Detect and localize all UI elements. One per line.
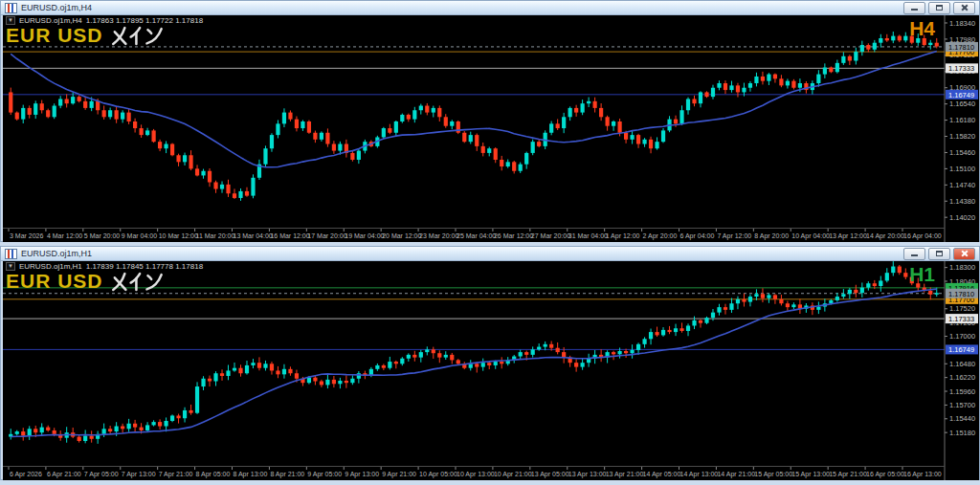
candle-body <box>313 133 317 140</box>
time-tick-label: 16 Apr 13:00 <box>903 471 942 478</box>
candle-body <box>475 364 479 366</box>
window-title: EURUSD.oj1m,H1 <box>21 249 92 258</box>
time-tick-label: 16 Mar 12:00 <box>270 232 309 239</box>
candle-body <box>257 363 261 368</box>
candle-body <box>115 110 119 119</box>
candle-body <box>798 83 802 88</box>
candle-body <box>692 99 696 103</box>
candle-body <box>121 113 124 120</box>
watermark: EUR USD <box>6 25 165 46</box>
candle-body <box>176 415 180 418</box>
candle-body <box>350 153 354 160</box>
candle-body <box>295 373 299 379</box>
candle-body <box>220 373 224 376</box>
candle-body <box>711 313 715 319</box>
info-ohlc: 1.17863 1.17895 1.17722 1.17818 <box>86 16 203 25</box>
candle-body <box>903 36 907 41</box>
time-tick-label: 11 Mar 20:00 <box>196 232 235 239</box>
window-titlebar-h1[interactable]: EURUSD.oj1m,H1 <box>1 247 979 261</box>
candle-body <box>898 267 902 274</box>
price-axis[interactable]: 1.183401.179801.176201.172601.169001.165… <box>945 15 979 242</box>
time-tick-label: 13 Apr 05:00 <box>531 471 569 478</box>
candle-body <box>879 280 882 286</box>
candle-body <box>679 110 683 123</box>
candle-body <box>78 97 81 101</box>
time-tick-label: 7 Apr 21:00 <box>159 471 193 478</box>
restore-button[interactable] <box>928 248 950 260</box>
candle-body <box>233 193 236 198</box>
price-tick-label: 1.14380 <box>949 197 975 206</box>
candle-body <box>469 364 473 367</box>
candle-body <box>642 140 646 144</box>
chart-menu-arrow-icon[interactable]: ▼ <box>6 262 15 271</box>
minimize-button[interactable] <box>903 2 925 14</box>
time-tick-label: 19 Mar 04:00 <box>345 232 384 239</box>
chart-menu-arrow-icon[interactable]: ▼ <box>6 16 15 25</box>
time-tick-label: 10 Apr 21:00 <box>494 471 532 478</box>
candle-body <box>108 429 112 431</box>
chart-background <box>3 261 979 480</box>
candle-body <box>375 365 379 369</box>
candle-body <box>46 110 50 117</box>
candle-body <box>407 355 411 359</box>
candle-body <box>835 63 839 72</box>
mt4-workspace: { "app": { "background": "#ccdcee" }, "w… <box>0 0 980 485</box>
candle-body <box>40 428 44 433</box>
candle-body <box>450 121 454 126</box>
candle-body <box>425 106 429 113</box>
minimize-button[interactable] <box>903 248 925 260</box>
price-chart-h4[interactable]: 1.183401.179801.176201.172601.169001.165… <box>3 15 979 242</box>
candle-body <box>754 294 758 297</box>
chart-info-line: ▼ EURUSD.oj1m,H1 1.17839 1.17845 1.17778… <box>6 262 203 271</box>
candle-body <box>724 83 727 90</box>
candle-body <box>158 142 162 148</box>
candle-body <box>500 160 503 166</box>
candle-body <box>935 293 939 295</box>
price-chart-h1[interactable]: 1.183001.180401.175201.172601.170001.164… <box>3 261 979 480</box>
candle-body <box>276 123 279 135</box>
time-tick-label: 31 Mar 04:00 <box>568 232 608 239</box>
time-tick-label: 2 Apr 20:00 <box>643 232 678 240</box>
price-line-label: 1.16749 <box>948 345 974 354</box>
candle-body <box>724 307 727 310</box>
time-tick-label: 23 Mar 20:00 <box>419 232 458 239</box>
candle-body <box>835 297 839 300</box>
candle-body <box>568 108 572 117</box>
candle-body <box>382 365 386 368</box>
close-button[interactable] <box>953 248 975 260</box>
price-axis[interactable]: 1.183001.180401.175201.172601.170001.164… <box>945 261 979 480</box>
candle-body <box>866 45 870 50</box>
candle-body <box>189 410 192 413</box>
price-tick-label: 1.14020 <box>949 213 975 222</box>
candle-body <box>176 155 180 162</box>
candle-body <box>854 290 858 293</box>
time-tick-label: 9 Mar 04:00 <box>122 232 157 239</box>
candle-body <box>717 83 721 88</box>
info-ohlc: 1.17839 1.17845 1.17778 1.17818 <box>86 262 203 271</box>
time-tick-label: 1 Apr 12:00 <box>606 232 640 240</box>
candle-body <box>848 290 852 294</box>
candle-body <box>115 427 119 432</box>
candle-body <box>83 435 87 441</box>
price-line-label: 1.16749 <box>948 91 974 99</box>
candle-body <box>270 135 274 148</box>
candle-body <box>866 283 870 287</box>
candle-body <box>717 307 721 313</box>
restore-button[interactable] <box>928 2 950 14</box>
candle-body <box>164 144 167 149</box>
time-tick-label: 27 Mar 20:00 <box>531 232 570 239</box>
candle-body <box>556 123 560 128</box>
candle-body <box>506 162 510 166</box>
timeframe-label-h4: H4 <box>909 18 935 38</box>
price-line-label: 1.17333 <box>948 64 974 73</box>
candle-body <box>345 381 348 383</box>
time-tick-label: 25 Mar 04:00 <box>457 232 496 239</box>
close-button[interactable] <box>953 2 975 14</box>
window-titlebar-h4[interactable]: EURUSD.oj1m,H4 <box>1 1 979 15</box>
price-tick-label: 1.15460 <box>949 148 975 157</box>
candle-body <box>127 113 131 121</box>
candle-body <box>276 370 279 374</box>
candle-body <box>21 108 25 120</box>
candle-body <box>140 428 144 430</box>
candle-body <box>400 359 404 364</box>
